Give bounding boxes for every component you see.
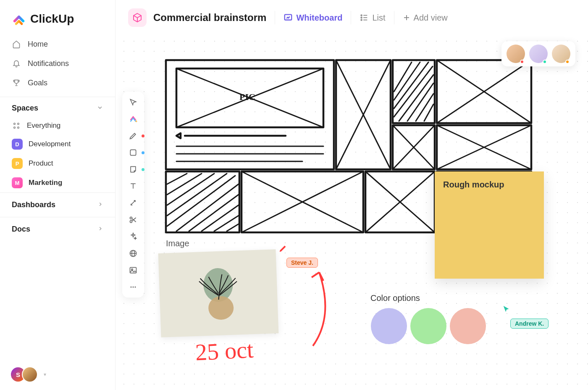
whiteboard-icon bbox=[284, 13, 293, 22]
tool-image[interactable] bbox=[129, 266, 138, 275]
clickup-logo-icon bbox=[12, 12, 26, 26]
sketch-label: PIC bbox=[239, 92, 255, 102]
svg-point-28 bbox=[135, 287, 136, 288]
svg-line-46 bbox=[407, 83, 433, 121]
cursor-tag-andrew: Andrew K. bbox=[510, 319, 549, 329]
tool-cursor[interactable] bbox=[129, 98, 138, 107]
add-view-label: Add view bbox=[414, 13, 448, 23]
project-title: Commercial brainstorm bbox=[153, 12, 266, 24]
user-menu[interactable]: S ▾ bbox=[10, 366, 46, 382]
svg-line-62 bbox=[167, 174, 202, 195]
nav-notifications[interactable]: Notifications bbox=[8, 54, 107, 73]
space-everything[interactable]: Everything bbox=[8, 117, 107, 134]
svg-line-47 bbox=[416, 94, 433, 121]
main-area: Commercial brainstorm Whiteboard List Ad… bbox=[116, 0, 588, 390]
tool-shape[interactable] bbox=[129, 148, 138, 157]
svg-point-6 bbox=[361, 17, 362, 18]
trophy-icon bbox=[12, 78, 21, 87]
svg-point-0 bbox=[14, 123, 16, 125]
swatch-green[interactable] bbox=[410, 308, 446, 344]
tool-text[interactable] bbox=[129, 182, 138, 191]
svg-line-68 bbox=[227, 224, 239, 231]
svg-line-43 bbox=[394, 62, 420, 100]
svg-line-63 bbox=[167, 174, 187, 184]
brand-name: ClickUp bbox=[30, 12, 74, 26]
space-badge-p: P bbox=[12, 158, 23, 169]
view-whiteboard[interactable]: Whiteboard bbox=[284, 13, 342, 23]
space-everything-label: Everything bbox=[27, 121, 60, 130]
color-swatches[interactable] bbox=[371, 308, 486, 344]
separator bbox=[275, 11, 275, 24]
sidebar: ClickUp Home Notifications Goals bbox=[0, 0, 116, 390]
svg-point-5 bbox=[361, 15, 362, 16]
section-docs[interactable]: Docs bbox=[0, 217, 115, 241]
nav-home[interactable]: Home bbox=[8, 34, 107, 54]
svg-line-61 bbox=[167, 174, 214, 205]
spaces-title: Spaces bbox=[12, 104, 38, 113]
svg-line-67 bbox=[214, 216, 239, 231]
tool-ai[interactable] bbox=[129, 232, 138, 241]
presence-avatar-1[interactable] bbox=[507, 45, 525, 63]
nav-goals-label: Goals bbox=[28, 79, 47, 87]
svg-line-64 bbox=[176, 184, 239, 231]
nav-notifications-label: Notifications bbox=[28, 59, 69, 68]
tool-pen[interactable] bbox=[129, 131, 138, 140]
brand-logo[interactable]: ClickUp bbox=[0, 0, 115, 34]
whiteboard-canvas[interactable]: + bbox=[116, 33, 588, 390]
separator bbox=[394, 11, 394, 24]
whiteboard-toolbar: + bbox=[122, 92, 144, 298]
tool-web[interactable] bbox=[129, 249, 138, 258]
svg-point-17 bbox=[130, 217, 132, 219]
presence-bar[interactable] bbox=[501, 41, 575, 66]
spaces-header[interactable]: Spaces bbox=[0, 97, 115, 117]
home-icon bbox=[12, 40, 21, 49]
caret-down-icon: ▾ bbox=[44, 372, 46, 377]
view-list[interactable]: List bbox=[360, 13, 385, 23]
image-content bbox=[188, 261, 249, 326]
presence-avatar-2[interactable] bbox=[529, 45, 548, 63]
space-product-label: Product bbox=[29, 159, 53, 168]
svg-line-42 bbox=[394, 62, 428, 108]
docs-label: Docs bbox=[12, 225, 30, 234]
tool-add-element[interactable]: + bbox=[129, 114, 138, 124]
svg-rect-24 bbox=[130, 267, 136, 273]
tool-scissors[interactable] bbox=[129, 215, 138, 224]
svg-point-26 bbox=[131, 287, 132, 288]
color-options-label: Color options bbox=[370, 293, 420, 303]
tool-sticky[interactable] bbox=[129, 165, 138, 174]
grid-icon bbox=[12, 121, 21, 130]
sticky-note[interactable]: Rough mockup bbox=[435, 171, 544, 279]
date-annotation[interactable]: 25 oct bbox=[194, 336, 254, 366]
space-development[interactable]: D Development bbox=[8, 134, 107, 154]
separator bbox=[351, 11, 351, 24]
cursor-tag-steve: Steve J. bbox=[286, 258, 318, 268]
section-dashboards[interactable]: Dashboards bbox=[0, 192, 115, 217]
arrow-annotation[interactable] bbox=[296, 266, 338, 350]
swatch-coral[interactable] bbox=[450, 308, 486, 344]
swatch-lavender[interactable] bbox=[371, 308, 407, 344]
svg-line-65 bbox=[189, 195, 239, 231]
dashboards-label: Dashboards bbox=[12, 200, 55, 209]
view-list-label: List bbox=[372, 13, 385, 23]
space-marketing[interactable]: M Marketing bbox=[8, 173, 107, 192]
svg-point-7 bbox=[361, 19, 362, 21]
svg-point-2 bbox=[14, 127, 16, 129]
tool-connector[interactable] bbox=[129, 198, 138, 208]
space-product[interactable]: P Product bbox=[8, 154, 107, 173]
cursor-andrew-icon bbox=[502, 304, 511, 314]
presence-avatar-3[interactable] bbox=[552, 45, 570, 63]
tool-more[interactable] bbox=[129, 282, 138, 292]
svg-point-3 bbox=[18, 127, 19, 129]
svg-point-18 bbox=[130, 221, 132, 223]
nav-goals[interactable]: Goals bbox=[8, 73, 107, 92]
svg-text:+: + bbox=[135, 119, 138, 124]
view-whiteboard-label: Whiteboard bbox=[296, 13, 342, 23]
user-avatar-photo bbox=[22, 366, 38, 382]
image-card[interactable] bbox=[158, 249, 279, 337]
svg-line-59 bbox=[167, 176, 235, 226]
bell-icon bbox=[12, 59, 21, 68]
project-icon[interactable] bbox=[128, 8, 147, 27]
svg-rect-29 bbox=[166, 60, 334, 169]
space-development-label: Development bbox=[29, 140, 71, 148]
add-view-button[interactable]: Add view bbox=[403, 13, 448, 23]
